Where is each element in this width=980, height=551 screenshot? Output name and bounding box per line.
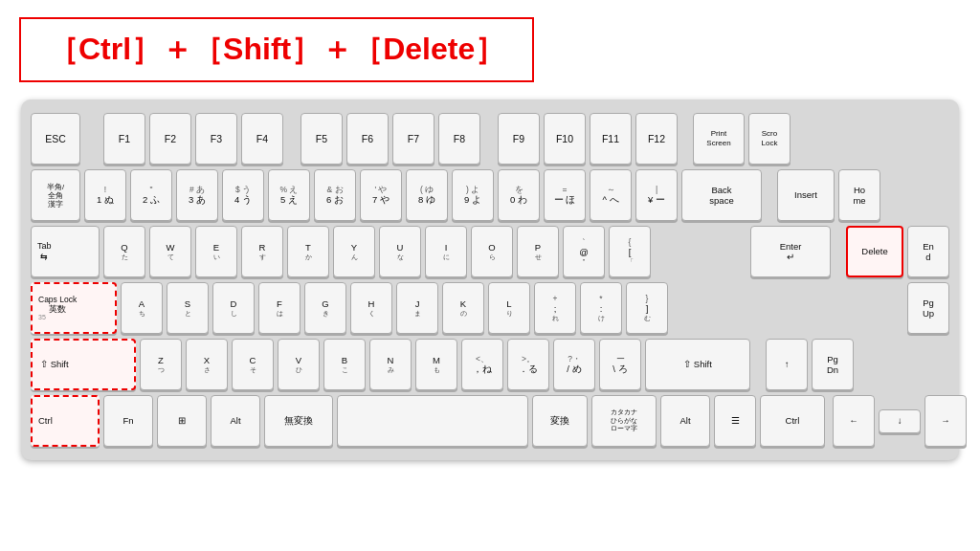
key-delete[interactable]: Delete [846, 226, 903, 277]
key-space[interactable] [337, 395, 528, 447]
key-t[interactable]: Tか [287, 226, 329, 277]
key-comma[interactable]: <、，ね [461, 339, 503, 390]
key-2[interactable]: " 2 ふ [130, 169, 172, 221]
key-insert[interactable]: Insert [777, 169, 835, 221]
key-b[interactable]: Bこ [323, 339, 366, 390]
key-win[interactable]: ⊞ [157, 395, 207, 447]
key-f7[interactable]: F7 [392, 113, 434, 165]
key-close-bracket[interactable]: }]む [626, 282, 668, 334]
key-home[interactable]: Home [838, 169, 880, 221]
key-caps-lock[interactable]: Caps Lock英数 35 [31, 282, 117, 334]
key-f2[interactable]: F2 [149, 113, 191, 165]
key-f[interactable]: Fは [258, 282, 301, 334]
key-r[interactable]: Rす [241, 226, 283, 277]
key-e[interactable]: Eい [195, 226, 237, 277]
key-f11[interactable]: F11 [590, 113, 632, 165]
key-4[interactable]: $ う 4 う [222, 169, 264, 221]
key-f1[interactable]: F1 [103, 113, 145, 165]
qwerty-row: Tab⇆ Qた Wて Eい Rす Tか Yん Uな Iに Oら Pせ `@" {… [31, 226, 949, 277]
key-tab[interactable]: Tab⇆ [31, 226, 100, 277]
key-pgup[interactable]: PgUp [907, 282, 949, 334]
key-n[interactable]: Nみ [369, 339, 412, 390]
key-q[interactable]: Qた [103, 226, 145, 277]
key-0[interactable]: を 0 わ [498, 169, 540, 221]
key-menu[interactable]: ☰ [714, 395, 756, 447]
shortcut-display: ［Ctrl］＋［Shift］＋［Delete］ [19, 17, 534, 82]
key-alt-right[interactable]: Alt [660, 395, 710, 447]
key-v[interactable]: Vひ [278, 339, 320, 390]
key-backspace[interactable]: Backspace [681, 169, 762, 221]
key-at[interactable]: `@" [563, 226, 605, 277]
key-arr-up[interactable]: ↑ [766, 339, 808, 390]
key-a[interactable]: Aち [121, 282, 163, 334]
key-alt-left[interactable]: Alt [211, 395, 260, 447]
key-9[interactable]: ) よ 9 よ [452, 169, 494, 221]
key-print-screen[interactable]: PrintScreen [693, 113, 745, 165]
bottom-row: Ctrl Fn ⊞ Alt 無変換 変換 カタカナひらがなローマ字 Alt ☰ … [31, 395, 949, 447]
key-shift-right[interactable]: ⇧ Shift [645, 339, 750, 390]
key-f3[interactable]: F3 [195, 113, 237, 165]
key-end[interactable]: End [907, 226, 949, 277]
key-z[interactable]: Zつ [140, 339, 182, 390]
key-f10[interactable]: F10 [544, 113, 586, 165]
key-backslash[interactable]: ー\ ろ [599, 339, 641, 390]
shift-row: ⇧ Shift Zつ Xさ Cそ Vひ Bこ Nみ Mも <、，ね >。．る ?… [31, 339, 949, 390]
key-f8[interactable]: F8 [438, 113, 480, 165]
key-shift-left[interactable]: ⇧ Shift [31, 339, 136, 390]
key-f4[interactable]: F4 [241, 113, 283, 165]
key-esc[interactable]: ESC [31, 113, 80, 165]
key-slash[interactable]: ?・/ め [553, 339, 595, 390]
key-arr-down[interactable]: ↓ [879, 409, 921, 433]
key-semicolon[interactable]: +;れ [534, 282, 576, 334]
key-j[interactable]: Jま [396, 282, 438, 334]
key-minus[interactable]: = ー ほ [544, 169, 586, 221]
key-8[interactable]: ( ゆ 8 ゆ [406, 169, 448, 221]
key-f6[interactable]: F6 [346, 113, 389, 165]
key-f5[interactable]: F5 [301, 113, 343, 165]
keyboard: ESC F1 F2 F3 F4 F5 F6 F7 F8 F9 F10 F11 F… [21, 99, 959, 460]
key-colon[interactable]: *:け [580, 282, 622, 334]
key-x[interactable]: Xさ [186, 339, 228, 390]
key-fn[interactable]: Fn [103, 395, 153, 447]
key-k[interactable]: Kの [442, 282, 484, 334]
key-y[interactable]: Yん [333, 226, 375, 277]
key-f12[interactable]: F12 [635, 113, 678, 165]
key-u[interactable]: Uな [379, 226, 421, 277]
key-c[interactable]: Cそ [232, 339, 274, 390]
key-pgdn[interactable]: PgDn [812, 339, 854, 390]
key-s[interactable]: Sと [167, 282, 209, 334]
key-3[interactable]: # あ 3 あ [176, 169, 218, 221]
key-d[interactable]: Dし [212, 282, 255, 334]
key-katakana[interactable]: カタカナひらがなローマ字 [591, 395, 657, 447]
key-henkan[interactable]: 変換 [532, 395, 588, 447]
key-open-bracket[interactable]: {[「 [609, 226, 651, 277]
key-period[interactable]: >。．る [507, 339, 549, 390]
key-f9[interactable]: F9 [498, 113, 540, 165]
key-arr-left[interactable]: ← [833, 395, 875, 447]
number-row: 半角/全角漢字 ! 1 ぬ " 2 ふ # あ 3 あ $ う 4 う % え … [31, 169, 949, 221]
key-ctrl-left[interactable]: Ctrl [31, 395, 100, 447]
key-caret[interactable]: ～ ^ へ [590, 169, 632, 221]
key-o[interactable]: Oら [471, 226, 513, 277]
key-w[interactable]: Wて [149, 226, 191, 277]
key-arr-right[interactable]: → [924, 395, 967, 447]
key-5[interactable]: % え 5 え [268, 169, 310, 221]
key-7[interactable]: ' や 7 や [360, 169, 402, 221]
key-yen[interactable]: | ¥ ー [635, 169, 678, 221]
key-1[interactable]: ! 1 ぬ [84, 169, 126, 221]
key-g[interactable]: Gき [304, 282, 346, 334]
key-p[interactable]: Pせ [517, 226, 559, 277]
shortcut-text: ［Ctrl］＋［Shift］＋［Delete］ [48, 32, 505, 66]
key-scroll-lock[interactable]: ScroLock [748, 113, 791, 165]
key-i[interactable]: Iに [425, 226, 467, 277]
key-h[interactable]: Hく [350, 282, 392, 334]
caps-row: Caps Lock英数 35 Aち Sと Dし Fは Gき Hく Jま Kの L… [31, 282, 949, 334]
key-enter[interactable]: Enter↵ [750, 226, 831, 277]
key-ctrl-right[interactable]: Ctrl [760, 395, 825, 447]
key-hankaku[interactable]: 半角/全角漢字 [31, 169, 80, 221]
key-m[interactable]: Mも [415, 339, 457, 390]
key-muhenkan[interactable]: 無変換 [264, 395, 333, 447]
fn-row: ESC F1 F2 F3 F4 F5 F6 F7 F8 F9 F10 F11 F… [31, 113, 949, 165]
key-l[interactable]: Lり [488, 282, 530, 334]
key-6[interactable]: & お 6 お [314, 169, 356, 221]
